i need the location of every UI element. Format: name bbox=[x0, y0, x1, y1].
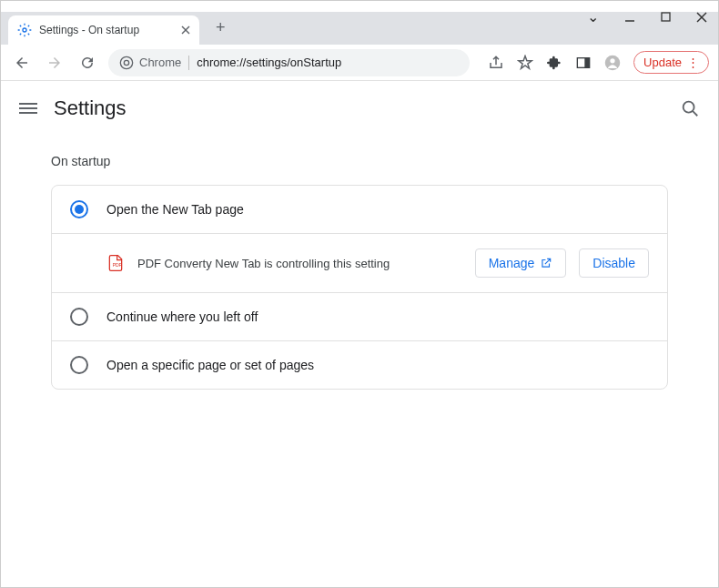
extensions-icon[interactable] bbox=[546, 55, 562, 71]
settings-header: Settings bbox=[1, 81, 718, 136]
on-startup-card: Open the New Tab page PDF PDF Converty N… bbox=[51, 185, 668, 390]
settings-content: On startup Open the New Tab page PDF PDF… bbox=[1, 136, 718, 408]
svg-text:PDF: PDF bbox=[113, 262, 122, 268]
radio-label: Open a specific page or set of pages bbox=[106, 358, 649, 372]
sidepanel-icon[interactable] bbox=[575, 55, 592, 71]
bookmark-star-icon[interactable] bbox=[517, 55, 533, 71]
radio-icon bbox=[70, 356, 88, 374]
minimize-button[interactable] bbox=[624, 12, 635, 23]
controlled-by-extension-row: PDF PDF Converty New Tab is controlling … bbox=[52, 233, 667, 292]
site-info-chip[interactable]: Chrome bbox=[119, 56, 181, 70]
radio-icon bbox=[70, 200, 88, 218]
update-button[interactable]: Update ⋮ bbox=[633, 51, 709, 74]
radio-label: Continue where you left off bbox=[106, 309, 649, 324]
external-link-icon bbox=[540, 257, 552, 269]
window-controls: ⌄ bbox=[587, 8, 707, 25]
svg-point-4 bbox=[23, 28, 26, 32]
controlled-message: PDF Converty New Tab is controlling this… bbox=[137, 257, 462, 270]
url-text: chrome://settings/onStartup bbox=[197, 56, 341, 69]
disable-button[interactable]: Disable bbox=[579, 248, 649, 278]
radio-option-specific-page[interactable]: Open a specific page or set of pages bbox=[52, 340, 667, 389]
search-icon[interactable] bbox=[680, 98, 700, 118]
back-button[interactable] bbox=[10, 51, 34, 75]
settings-favicon bbox=[17, 23, 32, 37]
hamburger-menu-button[interactable] bbox=[19, 103, 37, 114]
radio-icon bbox=[70, 308, 88, 326]
radio-label: Open the New Tab page bbox=[106, 202, 649, 217]
divider bbox=[188, 56, 189, 70]
svg-point-12 bbox=[610, 58, 614, 63]
radio-option-continue[interactable]: Continue where you left off bbox=[52, 292, 667, 340]
profile-avatar-icon[interactable] bbox=[604, 55, 621, 71]
forward-button[interactable] bbox=[43, 51, 66, 75]
share-icon[interactable] bbox=[488, 55, 504, 71]
section-title: On startup bbox=[51, 154, 668, 168]
menu-dots-icon: ⋮ bbox=[687, 56, 699, 69]
browser-toolbar: Chrome chrome://settings/onStartup Updat… bbox=[1, 45, 718, 81]
svg-rect-10 bbox=[584, 57, 589, 67]
tab-settings[interactable]: Settings - On startup bbox=[8, 15, 199, 45]
extension-app-icon: PDF bbox=[106, 254, 125, 272]
chrome-icon bbox=[119, 56, 134, 70]
svg-point-8 bbox=[124, 60, 128, 65]
chevron-down-icon[interactable]: ⌄ bbox=[587, 8, 599, 25]
tab-title: Settings - On startup bbox=[39, 24, 174, 36]
page-title: Settings bbox=[54, 96, 680, 120]
svg-point-13 bbox=[684, 102, 694, 113]
manage-button[interactable]: Manage bbox=[475, 248, 567, 278]
maximize-button[interactable] bbox=[661, 12, 671, 22]
close-tab-icon[interactable] bbox=[181, 25, 190, 35]
address-bar[interactable]: Chrome chrome://settings/onStartup bbox=[108, 49, 470, 76]
radio-option-new-tab[interactable]: Open the New Tab page bbox=[52, 186, 667, 233]
svg-point-7 bbox=[120, 56, 132, 68]
svg-line-14 bbox=[693, 111, 697, 116]
svg-rect-1 bbox=[662, 13, 670, 21]
reload-button[interactable] bbox=[76, 51, 99, 75]
close-window-button[interactable] bbox=[696, 12, 707, 23]
toolbar-right: Update ⋮ bbox=[488, 51, 709, 74]
new-tab-button[interactable]: + bbox=[208, 15, 233, 41]
